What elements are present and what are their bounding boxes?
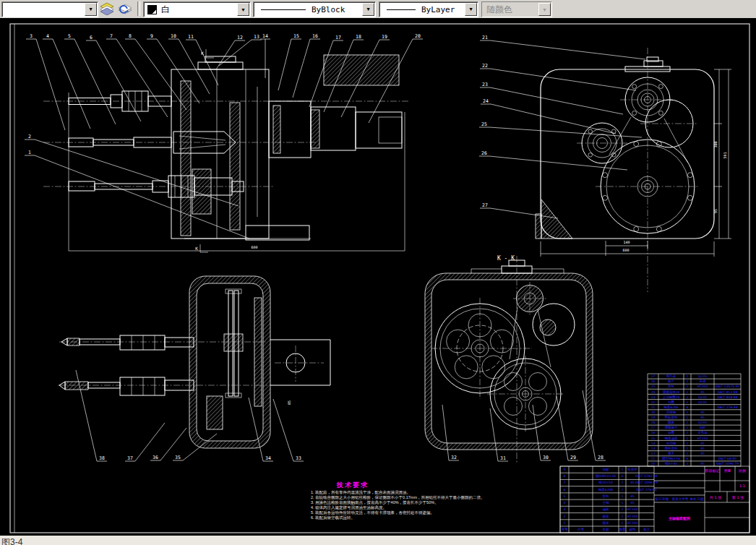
bom-cell: Q235 — [698, 421, 707, 424]
update-header-cell: 签名 — [690, 497, 697, 501]
lineweight-value: 随颜色 — [486, 4, 512, 16]
bom-cell: 轴承6206 — [663, 405, 679, 409]
callout-number: 26 — [481, 150, 487, 156]
bom-cell: 1 — [687, 442, 689, 445]
callout-33: 33 — [273, 399, 304, 461]
bom-cell: 2 — [687, 437, 689, 440]
parts-list-header: 代号 — [577, 528, 585, 531]
callout-23: 23 — [480, 82, 623, 114]
color-dropdown-value: 白 — [161, 4, 170, 16]
layer-previous-button[interactable] — [116, 1, 134, 17]
callout-number: 6 — [90, 35, 93, 40]
parts-list-cell: 螺栓M10×30 — [596, 473, 616, 478]
bom-cell: 1 — [687, 379, 689, 383]
view-lower-section — [58, 276, 330, 448]
parts-list-cell: 轴承6208 — [598, 487, 614, 492]
bom-cell: Q235 — [698, 400, 707, 404]
chevron-down-icon[interactable]: ▼ — [85, 3, 97, 16]
layer-dropdown[interactable]: ▼ — [1, 1, 98, 17]
bom-cell: 2 — [687, 421, 689, 424]
model-space-canvas[interactable]: K K — [0, 18, 756, 536]
bom-cell: 45 — [700, 390, 705, 394]
dimension-text: 600 — [251, 245, 257, 249]
chevron-down-icon[interactable]: ▼ — [362, 3, 374, 16]
bom-cell: 石棉 — [700, 379, 707, 383]
callout-number: 10 — [171, 33, 176, 39]
parts-list-cell: 5 — [564, 494, 566, 498]
callout-number: 8 — [129, 33, 132, 39]
bom-cell: 滑移齿轮 — [665, 446, 679, 450]
bom-cell: 24 — [651, 390, 656, 394]
parts-list-cell: 1 — [622, 468, 624, 471]
bom-cell: 传动轴 — [666, 442, 676, 445]
parts-list-cell: 组合件 — [627, 468, 637, 471]
callout-6: 6 — [86, 35, 141, 121]
parts-list-cell: 箱盖 — [603, 514, 610, 518]
callout-number: 14 — [262, 33, 268, 39]
bom-cell: 13 — [651, 447, 656, 450]
callout-number: 1 — [28, 150, 31, 155]
scale-label: 比例 — [739, 468, 746, 473]
parts-list-cell: 端盖 — [603, 507, 610, 511]
parts-list-cell: 油标 — [603, 468, 610, 472]
parts-list-cell: HT200 — [627, 515, 638, 518]
callout-number: 20 — [415, 33, 421, 39]
bom-cell: 12 — [651, 452, 656, 455]
bom-cell: 15 — [651, 437, 656, 440]
parts-list-cell: 1 — [564, 521, 566, 525]
bom-cell: 21 — [651, 405, 656, 409]
bom-cell: HT200 — [697, 385, 708, 388]
bom-cell: 18 — [651, 421, 656, 424]
sheet-number: 第 1 张 — [732, 495, 744, 500]
bom-cell: 圆螺母M24 — [663, 390, 679, 394]
dimension-text: 600 — [622, 248, 629, 252]
drawing-title: 主轴箱装配图 — [668, 516, 690, 521]
status-bar: 图3-4 — [0, 536, 756, 545]
update-header-cell: 日期 — [697, 497, 705, 501]
callout-8: 8 — [125, 33, 186, 110]
dimension-text: 95 — [713, 209, 718, 213]
bom-cell: 毡圈 — [668, 431, 674, 434]
bom-cell: 14 — [651, 442, 656, 445]
callout-number: 33 — [296, 455, 301, 461]
callout-22: 22 — [480, 63, 636, 90]
bom-cell: GB/T 858-88 — [717, 395, 737, 399]
bom-cell: 1 — [687, 447, 689, 450]
section-label-kk: K - K — [497, 255, 515, 262]
layers-button[interactable] — [98, 1, 116, 17]
bom-cell: 螺钉M6×16 — [662, 456, 680, 460]
callout-1: 1 — [25, 150, 249, 239]
bom-cell: 调整垫片 — [665, 425, 679, 429]
parts-list-cell: HT150 — [627, 507, 638, 511]
callout-number: 18 — [356, 34, 361, 40]
callout-number: 5 — [68, 33, 71, 39]
parts-list-header: 序号 — [562, 528, 569, 531]
color-dropdown[interactable]: 白 ▼ — [143, 1, 251, 17]
update-header-cell: 标记 — [655, 497, 663, 502]
bom-cell: 键8×40 — [664, 462, 677, 465]
linetype-sample-icon — [387, 9, 416, 10]
bom-cell: 1 — [687, 416, 689, 419]
parts-list-cell: HT200 — [627, 521, 638, 525]
bom-cell: 花键轴 — [666, 411, 676, 414]
bom-cell: GB/T 13575-92 — [716, 385, 740, 388]
linetype-bylayer-dropdown[interactable]: ByLayer ▼ — [379, 1, 478, 17]
callout-number: 36 — [153, 455, 158, 460]
callout-21: 21 — [480, 35, 645, 59]
linetype-byblock-dropdown[interactable]: ByBlock ▼ — [253, 1, 376, 17]
parts-list-cell: 45 — [630, 481, 635, 484]
bom-cell: 16 — [651, 431, 656, 434]
callouts-layer: 1234567891011121314151617181920212223242… — [25, 33, 645, 461]
parts-list-cell: 箱体 — [603, 520, 610, 525]
bom-cell: GB/T 1096-79 — [716, 462, 739, 465]
callout-number: 32 — [451, 455, 457, 460]
parts-list-cell: 2 — [564, 515, 566, 518]
chevron-down-icon[interactable]: ▼ — [465, 3, 477, 16]
callout-number: 34 — [265, 455, 271, 461]
status-text: 图3-4 — [1, 536, 22, 545]
linetype-sample-icon — [261, 9, 306, 10]
chevron-down-icon[interactable]: ▼ — [237, 3, 249, 16]
bom-cell: 17 — [651, 426, 656, 429]
bom-cell: 45 — [700, 447, 705, 450]
callout-number: 24 — [483, 98, 489, 104]
